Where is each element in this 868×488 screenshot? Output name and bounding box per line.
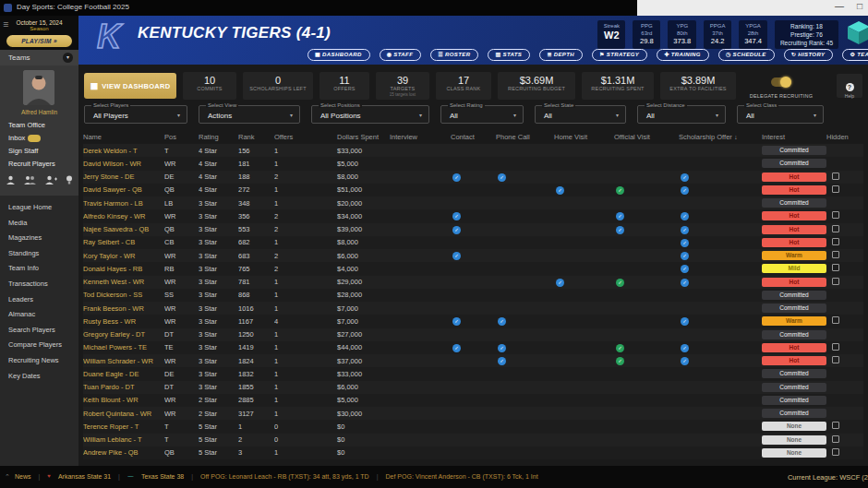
maximize-button[interactable]: □ (851, 1, 868, 11)
tab-schedule[interactable]: ◷SCHEDULE (718, 49, 775, 61)
hidden-checkbox[interactable] (832, 448, 839, 456)
chevron-up-icon[interactable]: ⌃ (5, 473, 10, 481)
column-header-hidden[interactable]: Hidden (826, 133, 863, 141)
sidebar-item-almanac[interactable]: Almanac (8, 307, 78, 323)
table-row[interactable]: Duane Eagle - DEDE3 Star18321$33,000Comm… (83, 367, 863, 380)
sidebar-item-recruiting-news[interactable]: Recruiting News (8, 353, 78, 369)
interest-badge[interactable]: Mild (762, 264, 826, 273)
interest-badge[interactable]: Warm (762, 316, 826, 326)
hidden-checkbox[interactable] (832, 185, 839, 193)
sidebar-link-team-office[interactable]: Team Office (8, 119, 78, 132)
hidden-checkbox[interactable] (832, 278, 839, 285)
interest-badge[interactable]: Committed (762, 383, 826, 392)
table-row[interactable]: Tuan Pardo - DTDT3 Star18551$6,000Commit… (83, 381, 863, 394)
interest-badge[interactable]: None (762, 435, 826, 445)
play-sim-button[interactable]: PLAY/SIM » (6, 35, 72, 47)
interest-badge[interactable]: Committed (762, 396, 826, 405)
interest-badge[interactable]: None (762, 422, 826, 431)
hidden-checkbox[interactable] (832, 422, 839, 429)
hidden-checkbox[interactable] (832, 251, 839, 258)
table-row[interactable]: Michael Powers - TETE3 Star14191$44,000✓… (83, 341, 863, 354)
filter-select-distance[interactable]: Select DistanceAll▾ (637, 105, 726, 124)
group-icon[interactable] (24, 175, 36, 184)
table-row[interactable]: David Sawyer - QBQB4 Star2721$51,000✓✓✓H… (83, 184, 863, 196)
table-row[interactable]: Ray Seibert - CBCB3 Star6821$8,000✓Hot (83, 236, 863, 249)
interest-badge[interactable]: Committed (762, 159, 826, 168)
column-header-phone-call[interactable]: Phone Call (496, 133, 554, 141)
table-row[interactable]: Najee Saavedra - QBQB3 Star5532$39,000✓✓… (83, 223, 863, 236)
column-header-pos[interactable]: Pos (164, 133, 199, 141)
filter-select-players[interactable]: Select PlayersAll Players▾ (84, 105, 187, 124)
toggle-switch[interactable] (771, 77, 791, 87)
interest-badge[interactable]: None (762, 448, 826, 458)
table-row[interactable]: Travis Harmon - LBLB3 Star3481$20,000Com… (83, 196, 863, 209)
person-icon[interactable] (6, 175, 16, 184)
column-header-dollars-spent[interactable]: Dollars Spent (337, 133, 390, 141)
column-header-rank[interactable]: Rank (238, 133, 274, 141)
column-header-official-visit[interactable]: Official Visit (614, 133, 679, 141)
tab-roster[interactable]: ☰ROSTER (430, 49, 478, 61)
tab-stats[interactable]: ▥STATS (488, 49, 530, 61)
sidebar-link-sign-staff[interactable]: Sign Staff (8, 145, 78, 158)
column-header-contact[interactable]: Contact (451, 133, 496, 141)
hidden-checkbox[interactable] (832, 225, 839, 232)
tab-training[interactable]: ✚TRAINING (657, 49, 709, 61)
filter-select-class[interactable]: Select ClassAll▾ (737, 105, 824, 124)
interest-badge[interactable]: Committed (762, 198, 826, 208)
tab-depth[interactable]: ≣DEPTH (539, 49, 583, 61)
table-row[interactable]: Tod Dickerson - SSSS3 Star8681$28,000Com… (83, 289, 863, 302)
menu-icon[interactable]: ☰ (3, 21, 8, 29)
view-dashboard-button[interactable]: ▦ VIEW DASHBOARD (84, 73, 176, 99)
table-row[interactable]: Frank Beeson - WRWR3 Star10161$7,000Comm… (83, 302, 863, 315)
filter-select-rating[interactable]: Select RatingAll▾ (440, 105, 524, 124)
filter-select-view[interactable]: Select ViewActions▾ (199, 105, 300, 124)
sidebar-item-magazines[interactable]: Magazines (8, 231, 78, 246)
column-header-offers[interactable]: Offers (274, 133, 337, 141)
sidebar-link-inbox[interactable]: Inbox (8, 132, 78, 145)
lightbulb-icon[interactable] (66, 175, 73, 184)
filter-select-positions[interactable]: Select PositionsAll Positions▾ (311, 105, 429, 124)
hidden-checkbox[interactable] (832, 173, 839, 180)
hidden-checkbox[interactable] (832, 356, 839, 363)
minimize-button[interactable]: — (831, 1, 848, 11)
interest-badge[interactable]: Committed (762, 291, 826, 300)
sidebar-item-leaders[interactable]: Leaders (8, 292, 78, 308)
column-header-home-visit[interactable]: Home Visit (554, 133, 614, 141)
interest-badge[interactable]: Hot (762, 238, 826, 247)
tab-dashboard[interactable]: ▦DASHBOARD (307, 49, 370, 61)
table-row[interactable]: Robert Quintana - WRWR2 Star31271$30,000… (83, 407, 863, 420)
sidebar-item-transactions[interactable]: Transactions (8, 277, 78, 292)
table-row[interactable]: Donald Hayes - RBRB3 Star7652$4,000✓Mild (83, 262, 863, 275)
tab-history[interactable]: ↻HISTORY (784, 49, 834, 61)
column-header-interview[interactable]: Interview (390, 133, 451, 141)
hidden-checkbox[interactable] (832, 238, 839, 245)
interest-badge[interactable]: Hot (762, 173, 826, 182)
table-row[interactable]: Rusty Bess - WRWR3 Star11674$7,000✓✓✓War… (83, 315, 863, 327)
tab-staff[interactable]: ◉STAFF (380, 49, 422, 61)
filter-select-state[interactable]: Select StateAll▾ (535, 105, 626, 124)
sidebar-item-search-players[interactable]: Search Players (8, 323, 78, 339)
delegate-recruiting-toggle[interactable]: DELEGATE RECRUITING (742, 74, 820, 99)
sidebar-item-media[interactable]: Media (8, 216, 78, 232)
hidden-checkbox[interactable] (832, 343, 839, 351)
interest-badge[interactable]: Committed (762, 369, 826, 378)
table-row[interactable]: Keith Blount - WRWR2 Star28851$5,000Comm… (83, 394, 863, 407)
table-row[interactable]: Gregory Earley - DTDT3 Star12501$27,000C… (83, 328, 863, 341)
interest-badge[interactable]: Warm (762, 251, 826, 260)
table-row[interactable]: William Schrader - WRWR3 Star18241$37,00… (83, 354, 863, 367)
table-row[interactable]: Kenneth West - WRWR3 Star7811$29,000✓✓✓H… (83, 276, 863, 289)
teams-row[interactable]: Teams ▾ (0, 50, 78, 65)
sidebar-item-key-dates[interactable]: Key Dates (8, 369, 78, 385)
sidebar-item-team-info[interactable]: Team Info (8, 261, 78, 277)
interest-badge[interactable]: Committed (762, 330, 826, 339)
table-row[interactable]: Terence Roper - TT5 Star10$0None (83, 420, 863, 433)
sidebar-item-compare-players[interactable]: Compare Players (8, 338, 78, 353)
interest-badge[interactable]: Committed (762, 146, 826, 155)
person-add-icon[interactable] (45, 175, 57, 184)
table-row[interactable]: Alfredo Kinsey - WRWR3 Star3562$34,000✓✓… (83, 209, 863, 222)
interest-badge[interactable]: Hot (762, 343, 826, 352)
help-button[interactable]: ? Help (837, 74, 862, 98)
table-row[interactable]: Kory Taylor - WRWR3 Star6832$6,000✓✓Warm (83, 249, 863, 262)
hidden-checkbox[interactable] (832, 435, 839, 443)
hidden-checkbox[interactable] (832, 316, 839, 324)
